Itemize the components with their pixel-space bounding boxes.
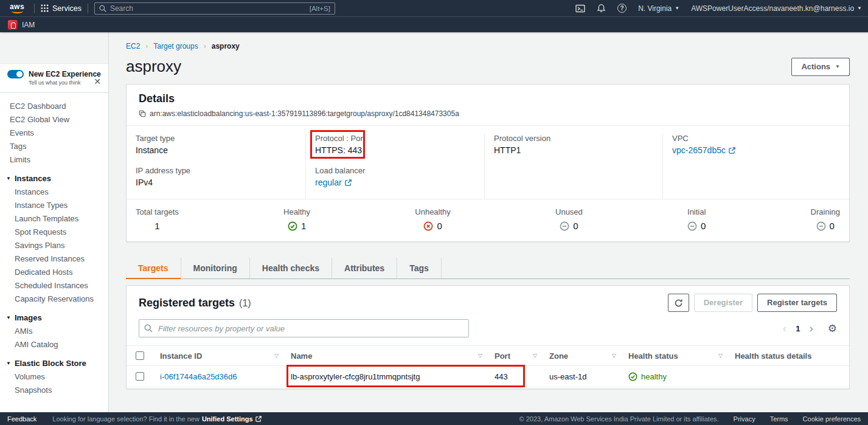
sidebar-item-volumes[interactable]: Volumes (0, 370, 108, 384)
sidebar: New EC2 Experience Tell us what you thin… (0, 32, 109, 412)
field-target-type: Target type Instance (136, 134, 296, 155)
breadcrumb-separator: › (204, 42, 206, 50)
chevron-down-icon: ▼ (6, 357, 11, 370)
chevron-down-icon: ▼ (6, 311, 11, 325)
sort-icon: ▽ (718, 353, 723, 359)
new-experience-toggle[interactable] (7, 70, 24, 78)
column-name[interactable]: Name ▽ (285, 351, 488, 361)
unified-settings-link[interactable]: Unified Settings (202, 415, 262, 423)
target-counts: Total targets 1 Healthy 1 Unhealthy (127, 199, 849, 241)
tab-health-checks[interactable]: Health checks (250, 258, 332, 278)
account-menu[interactable]: AWSPowerUserAccess/navaneeth.kn@harness.… (691, 4, 862, 13)
copyright-text: © 2023, Amazon Web Services India Privat… (519, 415, 719, 423)
target-zone-cell: us-east-1d (543, 372, 622, 381)
global-search[interactable]: [Alt+S] (94, 2, 335, 15)
load-balancer-link[interactable]: regular (315, 178, 342, 187)
sidebar-section-elastic-block-store[interactable]: ▼ Elastic Block Store (0, 357, 108, 370)
region-selector[interactable]: N. Virginia ▼ (638, 4, 679, 13)
refresh-button[interactable] (668, 294, 689, 312)
instance-id-link[interactable]: i-06f1744a6a25d36d6 (160, 372, 237, 381)
sidebar-item-snapshots[interactable]: Snapshots (0, 384, 108, 397)
column-health-status[interactable]: Health status ▽ (622, 351, 729, 361)
cloudshell-icon[interactable] (575, 4, 585, 13)
breadcrumb-separator: › (145, 42, 148, 50)
sidebar-item-ec2-dashboard[interactable]: EC2 Dashboard (0, 100, 108, 113)
terms-link[interactable]: Terms (770, 415, 788, 423)
field-protocol-version: Protocol version HTTP1 (494, 134, 653, 155)
breadcrumb-ec2[interactable]: EC2 (126, 42, 140, 50)
filter-input[interactable] (139, 319, 469, 337)
sort-icon: ▽ (612, 353, 616, 359)
search-input[interactable] (110, 4, 306, 13)
external-link-icon (255, 416, 262, 422)
search-shortcut-hint: [Alt+S] (310, 5, 330, 12)
current-page[interactable]: 1 (796, 324, 800, 333)
health-status-cell: healthy (622, 372, 729, 381)
privacy-link[interactable]: Privacy (734, 415, 755, 423)
aws-logo[interactable]: aws (6, 4, 28, 13)
minus-circle-icon (560, 221, 569, 231)
sidebar-item-limits[interactable]: Limits (0, 153, 108, 167)
search-icon (144, 324, 153, 333)
target-port-cell: 443 (488, 372, 543, 381)
sidebar-item-ec2-global-view[interactable]: EC2 Global View (0, 113, 108, 126)
sort-icon: ▽ (533, 353, 537, 359)
top-nav: aws Services [Alt+S] ? N. Virginia ▼ AWS… (0, 0, 868, 16)
sidebar-item-capacity-reservations[interactable]: Capacity Reservations (0, 292, 108, 306)
favorite-iam-link[interactable]: IAM (22, 21, 35, 29)
sort-icon: ▽ (478, 353, 482, 359)
gear-icon[interactable]: ⚙ (828, 323, 837, 334)
deregister-button[interactable]: Deregister (694, 294, 752, 312)
vpc-link[interactable]: vpc-2657db5c (672, 145, 726, 155)
sidebar-item-events[interactable]: Events (0, 126, 108, 140)
details-card: Details arn:aws:elasticloadbalancing:us-… (126, 84, 850, 242)
sidebar-item-spot-requests[interactable]: Spot Requests (0, 226, 108, 239)
tab-targets[interactable]: Targets (126, 258, 181, 278)
sidebar-item-tags[interactable]: Tags (0, 140, 108, 153)
notifications-bell-icon[interactable] (597, 4, 606, 13)
chevron-down-icon: ▼ (6, 172, 11, 185)
stat-unused: Unused 0 (555, 207, 583, 231)
previous-page-icon[interactable]: ‹ (783, 324, 786, 333)
sidebar-item-dedicated-hosts[interactable]: Dedicated Hosts (0, 266, 108, 279)
sidebar-item-launch-templates[interactable]: Launch Templates (0, 212, 108, 226)
breadcrumb-target-groups[interactable]: Target groups (153, 42, 198, 50)
sidebar-nav: EC2 Dashboard EC2 Global View Events Tag… (0, 93, 108, 397)
tab-attributes[interactable]: Attributes (332, 258, 397, 278)
close-icon[interactable]: ✕ (94, 77, 101, 86)
select-all-checkbox[interactable] (136, 351, 144, 360)
column-zone[interactable]: Zone ▽ (543, 351, 622, 361)
sidebar-item-scheduled-instances[interactable]: Scheduled Instances (0, 279, 108, 292)
cookie-preferences-link[interactable]: Cookie preferences (803, 415, 861, 423)
sidebar-section-instances[interactable]: ▼ Instances (0, 172, 108, 185)
chevron-down-icon: ▼ (857, 5, 862, 11)
actions-button[interactable]: Actions ▼ (791, 58, 850, 76)
sidebar-item-amis[interactable]: AMIs (0, 325, 108, 338)
tell-us-link[interactable]: Tell us what you think (29, 80, 101, 86)
help-icon[interactable]: ? (617, 4, 627, 13)
services-menu-button[interactable]: Services (41, 4, 82, 13)
sidebar-top-spacer (0, 32, 108, 64)
column-port[interactable]: Port ▽ (488, 351, 543, 361)
register-targets-button[interactable]: Register targets (757, 294, 837, 312)
sidebar-item-reserved-instances[interactable]: Reserved Instances (0, 252, 108, 266)
sidebar-section-title: Instances (15, 172, 51, 185)
sidebar-item-ami-catalog[interactable]: AMI Catalog (0, 338, 108, 351)
copy-icon[interactable] (139, 110, 146, 117)
minus-circle-icon (816, 221, 826, 231)
feedback-link[interactable]: Feedback (7, 415, 36, 423)
tab-monitoring[interactable]: Monitoring (181, 258, 250, 278)
stat-total-targets: Total targets 1 (136, 207, 179, 231)
divider (88, 4, 88, 13)
field-protocol-port: Protocol : Port HTTPS: 443 (315, 134, 475, 155)
sidebar-item-savings-plans[interactable]: Savings Plans (0, 239, 108, 252)
tab-bar: Targets Monitoring Health checks Attribu… (126, 258, 850, 279)
sidebar-item-instance-types[interactable]: Instance Types (0, 199, 108, 212)
next-page-icon[interactable]: › (809, 324, 813, 333)
column-instance-id[interactable]: Instance ID ▽ (154, 351, 285, 361)
row-checkbox[interactable] (136, 372, 144, 381)
sidebar-section-images[interactable]: ▼ Images (0, 311, 108, 325)
check-circle-icon (628, 372, 637, 381)
sidebar-item-instances[interactable]: Instances (0, 185, 108, 199)
tab-tags[interactable]: Tags (397, 258, 442, 278)
